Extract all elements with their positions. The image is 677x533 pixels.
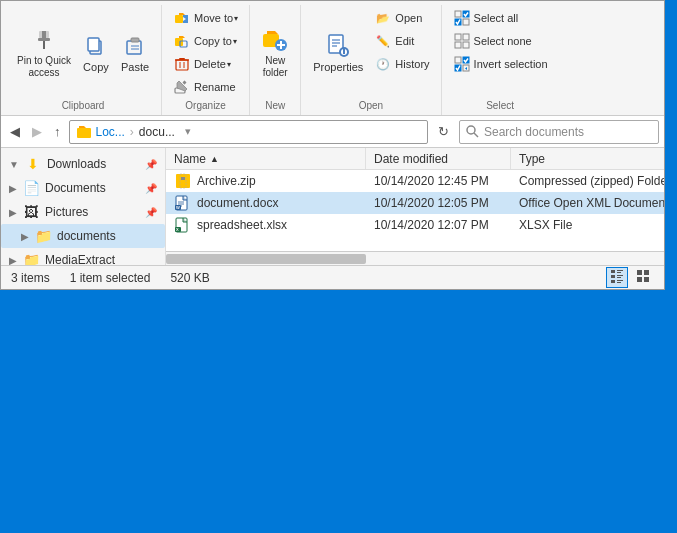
size-info: 520 KB xyxy=(170,271,209,285)
svg-rect-37 xyxy=(463,34,469,40)
view-toggle-buttons xyxy=(606,267,654,288)
file-date-cell: 10/14/2020 12:45 PM xyxy=(366,172,511,190)
move-to-button[interactable]: Move to ▾ xyxy=(168,7,243,29)
svg-rect-6 xyxy=(127,41,141,54)
svg-rect-65 xyxy=(611,280,615,283)
open-buttons: Properties 📂 Open ✏️ Edit 🕐 xyxy=(307,7,434,98)
search-box[interactable]: Search documents xyxy=(459,120,659,144)
table-row[interactable]: X spreadsheet.xlsx 10/14/2020 12:07 PM X… xyxy=(166,214,664,236)
pin-indicator2: 📌 xyxy=(145,183,157,194)
item-count: 3 items xyxy=(11,271,50,285)
sidebar-item-documents-folder[interactable]: ▶ 📁 documents xyxy=(1,224,165,248)
file-name-cell: W document.docx xyxy=(166,193,366,213)
sidebar-item-mediaextract[interactable]: ▶ 📁 MediaExtract xyxy=(1,248,165,265)
file-list: Archive.zip 10/14/2020 12:45 PM Compress… xyxy=(166,170,664,251)
documents-label: Documents xyxy=(45,181,106,195)
nav-pane: ▼ ⬇ Downloads 📌 ▶ 📄 Documents 📌 ▶ 🖼 Pict… xyxy=(1,148,166,265)
expand-icon2: ▶ xyxy=(9,183,17,194)
tiles-view-icon xyxy=(636,269,650,283)
forward-button[interactable]: ▶ xyxy=(28,122,46,141)
copy-to-arrow: ▾ xyxy=(233,37,237,46)
svg-rect-68 xyxy=(637,270,642,275)
refresh-button[interactable]: ↻ xyxy=(432,122,455,141)
select-all-button[interactable]: Select all xyxy=(448,7,553,29)
invert-selection-icon xyxy=(453,55,471,73)
paste-icon xyxy=(122,33,148,59)
address-part2: docu... xyxy=(139,125,175,139)
file-date-cell: 10/14/2020 12:05 PM xyxy=(366,194,511,212)
svg-rect-70 xyxy=(637,277,642,282)
edit-button[interactable]: ✏️ Edit xyxy=(369,30,434,52)
sort-icon: ▲ xyxy=(210,154,219,164)
organize-buttons: Move to ▾ Copy to ▾ xyxy=(168,7,243,98)
svg-rect-5 xyxy=(88,38,99,51)
properties-button[interactable]: Properties xyxy=(307,30,369,76)
header-name[interactable]: Name ▲ xyxy=(166,148,366,169)
up-button[interactable]: ↑ xyxy=(50,122,65,141)
svg-rect-69 xyxy=(644,270,649,275)
ribbon-group-open: Properties 📂 Open ✏️ Edit 🕐 xyxy=(301,5,441,115)
mediaextract-icon: 📁 xyxy=(22,251,40,265)
header-type[interactable]: Type xyxy=(511,148,664,169)
zip-file-icon xyxy=(174,173,192,189)
expand-icon3: ▶ xyxy=(9,207,17,218)
file-name-cell: X spreadsheet.xlsx xyxy=(166,215,366,235)
select-none-button[interactable]: Select none xyxy=(448,30,553,52)
svg-rect-62 xyxy=(611,275,615,278)
clipboard-buttons: Pin to Quick access Copy xyxy=(11,7,155,98)
content-area: ▼ ⬇ Downloads 📌 ▶ 📄 Documents 📌 ▶ 🖼 Pict… xyxy=(1,148,664,265)
documents-folder-label: documents xyxy=(57,229,116,243)
sidebar-item-pictures[interactable]: ▶ 🖼 Pictures 📌 xyxy=(1,200,165,224)
sidebar-item-documents[interactable]: ▶ 📄 Documents 📌 xyxy=(1,176,165,200)
file-date-cell: 10/14/2020 12:07 PM xyxy=(366,216,511,234)
horizontal-scrollbar[interactable] xyxy=(166,251,664,265)
svg-rect-40 xyxy=(455,57,461,63)
new-folder-icon xyxy=(262,27,288,53)
header-date[interactable]: Date modified xyxy=(366,148,511,169)
invert-selection-button[interactable]: Invert selection xyxy=(448,53,553,75)
ribbon-group-organize: Move to ▾ Copy to ▾ xyxy=(162,5,250,115)
sidebar-item-downloads[interactable]: ▼ ⬇ Downloads 📌 xyxy=(1,152,165,176)
new-folder-button[interactable]: New folder xyxy=(256,24,294,82)
paste-button[interactable]: Paste xyxy=(115,30,155,76)
pin-indicator3: 📌 xyxy=(145,207,157,218)
open-label: Open xyxy=(307,98,434,113)
svg-rect-1 xyxy=(38,38,50,41)
view-details-button[interactable] xyxy=(606,267,628,288)
edit-icon: ✏️ xyxy=(374,32,392,50)
delete-button[interactable]: Delete ▾ xyxy=(168,53,243,75)
expand-icon: ▼ xyxy=(9,159,19,170)
svg-rect-3 xyxy=(39,31,49,38)
table-row[interactable]: Archive.zip 10/14/2020 12:45 PM Compress… xyxy=(166,170,664,192)
svg-rect-36 xyxy=(455,34,461,40)
folder-nav-icon xyxy=(76,124,92,140)
table-row[interactable]: W document.docx 10/14/2020 12:05 PM Offi… xyxy=(166,192,664,214)
svg-rect-38 xyxy=(455,42,461,48)
copy-button[interactable]: Copy xyxy=(77,30,115,76)
svg-rect-11 xyxy=(175,38,183,46)
svg-text:W: W xyxy=(176,205,180,210)
clipboard-label: Clipboard xyxy=(11,98,155,113)
pin-to-quick-access-button[interactable]: Pin to Quick access xyxy=(11,24,77,82)
open-btn[interactable]: 📂 Open xyxy=(369,7,434,29)
svg-rect-13 xyxy=(176,60,188,70)
select-all-icon xyxy=(453,9,471,27)
back-button[interactable]: ◀ xyxy=(6,122,24,141)
svg-rect-19 xyxy=(182,80,186,84)
scroll-thumb[interactable] xyxy=(166,254,366,264)
documents-folder-icon: 📁 xyxy=(34,227,52,245)
file-name-cell: Archive.zip xyxy=(166,171,366,191)
selection-info: 1 item selected xyxy=(70,271,151,285)
open-small-buttons: 📂 Open ✏️ Edit 🕐 History xyxy=(369,7,434,75)
delete-icon xyxy=(173,55,191,73)
rename-button[interactable]: Rename xyxy=(168,76,243,98)
copy-to-button[interactable]: Copy to ▾ xyxy=(168,30,243,52)
properties-icon xyxy=(325,33,351,59)
ribbon-group-clipboard: Pin to Quick access Copy xyxy=(5,5,162,115)
history-button[interactable]: 🕐 History xyxy=(369,53,434,75)
address-box[interactable]: Loc... › docu... ▾ xyxy=(69,120,429,144)
mediaextract-label: MediaExtract xyxy=(45,253,115,265)
svg-rect-63 xyxy=(617,275,623,276)
svg-rect-44 xyxy=(77,128,91,138)
view-tiles-button[interactable] xyxy=(632,267,654,288)
